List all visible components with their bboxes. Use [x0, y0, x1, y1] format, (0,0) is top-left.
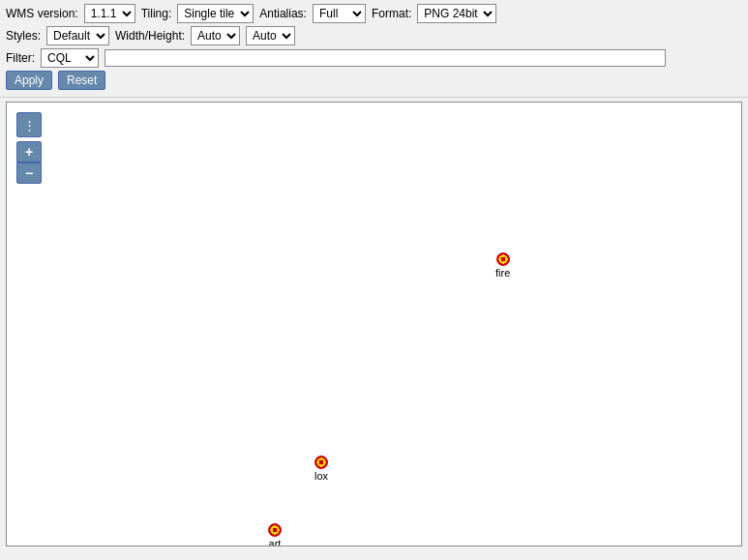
height-select[interactable]: Auto 256 512 [246, 26, 295, 45]
point-label-fire: fire [495, 267, 510, 279]
zoom-out-button[interactable]: − [16, 162, 42, 184]
layers-button[interactable]: ⋮ [16, 112, 42, 137]
width-height-label: Width/Height: [115, 29, 185, 43]
wms-version-select[interactable]: 1.1.1 1.3.0 [84, 4, 135, 23]
toolbar-row-1: WMS version: 1.1.1 1.3.0 Tiling: Single … [6, 4, 742, 23]
filter-type-select[interactable]: CQL OGC BBOX [41, 48, 99, 68]
map-controls: ⋮ + − [16, 112, 42, 184]
toolbar: WMS version: 1.1.1 1.3.0 Tiling: Single … [0, 0, 748, 98]
point-label-art: art [269, 538, 282, 546]
point-dot-art [268, 523, 282, 537]
width-select[interactable]: Auto 256 512 [191, 26, 240, 45]
reset-button[interactable]: Reset [58, 71, 105, 90]
map-point-lox: lox [314, 456, 328, 482]
map-point-art: art [268, 523, 282, 546]
apply-button[interactable]: Apply [6, 71, 52, 90]
tiling-label: Tiling: [141, 7, 172, 20]
format-label: Format: [372, 7, 411, 20]
styles-label: Styles: [6, 29, 41, 43]
point-label-lox: lox [314, 470, 328, 482]
antialias-select[interactable]: Full None Text [313, 4, 366, 23]
point-dot-fire [496, 252, 510, 266]
tiling-select[interactable]: Single tile Tiled [177, 4, 254, 23]
antialias-label: Antialias: [259, 7, 307, 20]
map-point-fire: fire [495, 252, 510, 279]
toolbar-row-2: Styles: Default Width/Height: Auto 256 5… [6, 26, 742, 45]
filter-label: Filter: [6, 51, 35, 65]
filter-text-input[interactable] [105, 49, 666, 67]
layers-icon: ⋮ [23, 118, 36, 133]
wms-version-label: WMS version: [6, 7, 78, 20]
styles-select[interactable]: Default [46, 26, 109, 45]
toolbar-row-4: Apply Reset [6, 71, 742, 90]
zoom-in-button[interactable]: + [16, 141, 42, 162]
format-select[interactable]: PNG 24bit PNG 8bit JPEG [417, 4, 496, 23]
toolbar-row-3: Filter: CQL OGC BBOX [6, 48, 742, 68]
point-dot-lox [314, 456, 328, 469]
zoom-group: + − [16, 141, 42, 184]
map-container[interactable]: ⋮ + − fireloxartchurchstock [6, 102, 742, 546]
